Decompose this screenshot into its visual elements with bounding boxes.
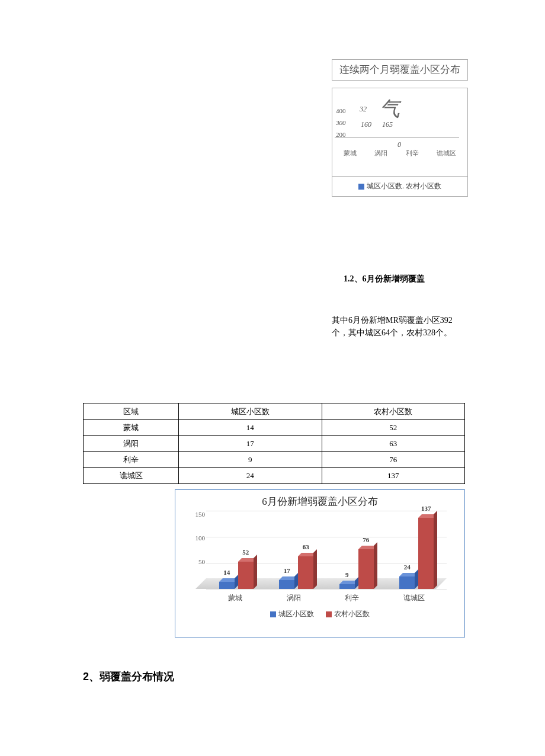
- chart2-categories: 蒙城 涡阳 利辛 谯城区: [206, 593, 447, 603]
- chart1-container: 连续两个月弱覆盖小区分布 400 300 200 32 气 160 165 0 …: [332, 59, 468, 197]
- table-header-row: 区域 城区小区数 农村小区数: [84, 403, 465, 420]
- td: 涡阳: [84, 436, 179, 452]
- chart1-plot: 400 300 200 32 气 160 165 0 蒙城 涡阳 利辛 谯城区: [332, 88, 468, 177]
- td: 52: [322, 420, 465, 436]
- td: 蒙城: [84, 420, 179, 436]
- bar-label: 9: [345, 571, 349, 578]
- chart1-legend-text: 城区小区数. 农村小区数: [367, 181, 441, 191]
- bar-label: 17: [284, 567, 290, 574]
- bar-group: 9 76: [339, 549, 374, 589]
- bar-group: 24 137: [399, 518, 434, 589]
- table-row: 利辛 9 76: [84, 452, 465, 468]
- bar-rural: 137: [418, 518, 434, 589]
- th-region: 区域: [84, 403, 179, 420]
- bar-label: 63: [303, 543, 309, 550]
- chart1-cat: 涡阳: [374, 149, 387, 158]
- heading-1-2: 1.2、6月份新增弱覆盖: [344, 274, 425, 284]
- td: 14: [179, 420, 322, 436]
- td: 利辛: [84, 452, 179, 468]
- bar-group: 14 52: [219, 562, 254, 589]
- chart1-glyph-qi: 气: [380, 95, 400, 123]
- table-row: 涡阳 17 63: [84, 436, 465, 452]
- bar-rural: 76: [358, 549, 374, 589]
- ytick: 150: [195, 511, 206, 518]
- legend-swatch-red: [326, 611, 332, 617]
- bar-urban: 14: [219, 582, 235, 589]
- chart2-legend: 城区小区数 农村小区数: [175, 606, 464, 620]
- bar-label: 24: [404, 563, 411, 571]
- td: 76: [322, 452, 465, 468]
- bar-urban: 24: [399, 576, 415, 589]
- legend-swatch-blue: [358, 184, 364, 190]
- bar-label: 14: [223, 569, 230, 576]
- chart2-cat: 涡阳: [287, 593, 301, 603]
- ytick: 50: [198, 558, 205, 565]
- td: 谯城区: [84, 468, 179, 484]
- ytick: 100: [195, 534, 206, 542]
- chart1-cat: 利辛: [406, 149, 419, 158]
- td: 24: [179, 468, 322, 484]
- bar-label: 137: [421, 505, 431, 512]
- td: 9: [179, 452, 322, 468]
- chart1-categories: 蒙城 涡阳 利辛 谯城区: [335, 149, 465, 158]
- legend-label-urban: 城区小区数: [278, 609, 314, 619]
- chart1-ytick-300: 300: [336, 119, 346, 126]
- bar-urban: 9: [339, 584, 355, 589]
- table-row: 谯城区 24 137: [84, 468, 465, 484]
- td: 137: [322, 468, 465, 484]
- th-urban: 城区小区数: [179, 403, 322, 420]
- bar-label: 76: [363, 536, 369, 543]
- chart2-cat: 利辛: [345, 593, 359, 603]
- heading-2: 2、弱覆盖分布情况: [83, 669, 174, 684]
- chart1-title: 连续两个月弱覆盖小区分布: [332, 59, 468, 81]
- chart1-legend: 城区小区数. 农村小区数: [332, 177, 468, 197]
- bar-group: 17 63: [279, 556, 313, 589]
- chart2-plot: 150 100 50 0 14 52: [187, 511, 453, 606]
- chart1-label-160: 160: [361, 120, 371, 129]
- td: 17: [179, 436, 322, 452]
- chart1-label-0: 0: [397, 140, 401, 149]
- chart2-cat: 谯城区: [403, 593, 425, 603]
- chart1-ytick-400: 400: [336, 107, 346, 114]
- chart2-cat: 蒙城: [228, 593, 242, 603]
- td: 63: [322, 436, 465, 452]
- paragraph-summary: 其中6月份新增MR弱覆盖小区392个，其中城区64个，农村328个。: [332, 314, 468, 339]
- bar-rural: 52: [238, 562, 254, 589]
- bar-label: 52: [242, 549, 249, 556]
- data-table: 区域 城区小区数 农村小区数 蒙城 14 52 涡阳 17 63 利辛 9 76…: [83, 403, 465, 484]
- chart2-bars: 14 52 17 63: [206, 511, 447, 589]
- bar-urban: 17: [279, 580, 294, 589]
- bar-rural: 63: [298, 556, 313, 589]
- chart2-container: 6月份新增弱覆盖小区分布 150 100 50 0 14 52: [175, 489, 465, 638]
- legend-swatch-blue: [270, 611, 276, 617]
- th-rural: 农村小区数: [322, 403, 465, 420]
- chart1-cat: 蒙城: [344, 149, 357, 158]
- chart1-baseline: [335, 137, 459, 137]
- chart1-cat: 谯城区: [437, 149, 456, 158]
- table-row: 蒙城 14 52: [84, 420, 465, 436]
- chart1-label-165: 165: [382, 120, 393, 129]
- chart2-yaxis: 150 100 50 0: [187, 511, 205, 589]
- chart1-label-32: 32: [360, 105, 367, 114]
- legend-label-rural: 农村小区数: [334, 609, 370, 619]
